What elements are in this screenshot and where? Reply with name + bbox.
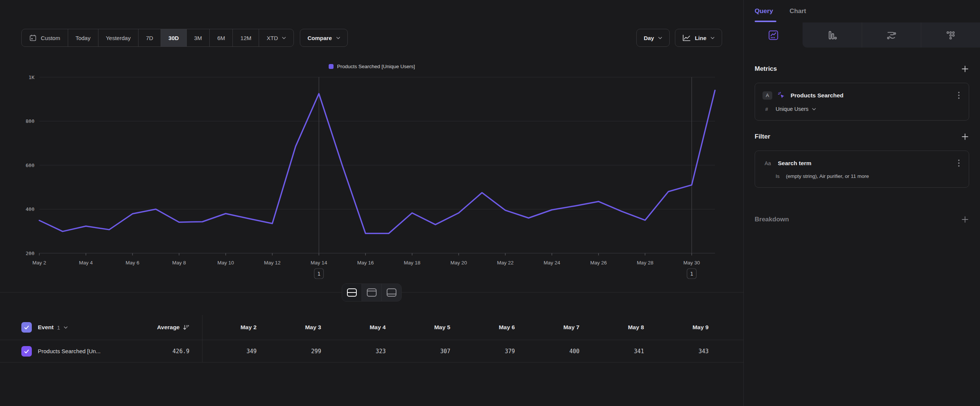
y-axis-label: 800 — [26, 118, 35, 124]
series-line[interactable] — [39, 90, 715, 233]
x-axis-label: May 26 — [590, 260, 607, 266]
chart-type-tab-strip — [744, 22, 980, 48]
tab-bar-chart[interactable] — [803, 22, 861, 48]
x-axis-label: May 24 — [544, 260, 560, 266]
date-column-header: May 2 — [202, 324, 267, 331]
row-average-value: 426.9 — [173, 348, 189, 355]
x-axis-label: May 14 — [311, 260, 328, 266]
add-breakdown-button[interactable] — [961, 215, 969, 224]
chart-type-dropdown[interactable]: Line — [675, 29, 722, 47]
filter-property-name: Search term — [778, 160, 811, 167]
event-label: Event — [38, 324, 54, 331]
filter-value: (empty string), Air purifier, or 11 more — [786, 174, 869, 179]
compare-label: Compare — [307, 35, 332, 41]
cursor-click-icon — [777, 91, 786, 100]
average-sort-control[interactable]: Average — [157, 324, 202, 331]
metric-kebab-menu[interactable] — [956, 91, 961, 100]
filter-type-badge: Aa — [762, 159, 773, 167]
metrics-title: Metrics — [755, 65, 777, 73]
tab-dots-grid[interactable] — [921, 22, 980, 48]
x-axis-label: May 8 — [172, 260, 186, 266]
top-panel-layout-icon — [366, 288, 377, 297]
framed-line-chart-icon — [768, 30, 779, 41]
filter-condition[interactable]: Is (empty string), Air purifier, or 11 m… — [762, 174, 961, 179]
layout-chart-only-button[interactable] — [362, 284, 382, 301]
panel-tab-bar: Query Chart — [744, 0, 980, 22]
select-all-checkbox[interactable] — [21, 322, 32, 333]
y-axis-label: 400 — [26, 206, 35, 212]
legend-label: Products Searched [Unique Users] — [337, 64, 415, 69]
x-axis-label: May 18 — [404, 260, 420, 266]
range-button-12m[interactable]: 12M — [232, 29, 259, 46]
range-label: Today — [76, 35, 91, 41]
range-button-custom[interactable]: Custom — [22, 29, 68, 46]
chart-legend: Products Searched [Unique Users] — [0, 62, 743, 70]
filter-card[interactable]: Aa Search term Is (empty string), Air pu… — [755, 151, 969, 188]
filter-title: Filter — [755, 133, 770, 140]
filter-operator: Is — [776, 174, 780, 179]
date-value-cell: 299 — [267, 348, 332, 355]
date-value-cell: 343 — [655, 348, 719, 355]
chevron-down-icon — [64, 326, 68, 329]
interval-dropdown[interactable]: Day — [636, 29, 670, 47]
sort-descending-icon — [183, 324, 189, 331]
range-label: 6M — [217, 35, 225, 41]
add-metric-button[interactable] — [961, 65, 969, 73]
plus-icon — [961, 215, 969, 224]
table-header-row: Event 1 Average May 2May 3May 4May 5May … — [0, 315, 743, 340]
layout-table-only-button[interactable] — [382, 284, 401, 301]
layout-split-button[interactable] — [342, 284, 362, 301]
date-column-header: May 9 — [655, 324, 719, 331]
legend-swatch — [329, 64, 334, 69]
range-button-3m[interactable]: 3M — [186, 29, 210, 46]
table-row: Products Searched [Un... 426.9 349299323… — [0, 340, 743, 363]
plus-icon — [961, 65, 969, 73]
x-axis-label: May 28 — [637, 260, 653, 266]
event-dropdown[interactable]: Event 1 — [38, 324, 68, 331]
range-button-30d[interactable]: 30D — [161, 29, 186, 46]
date-value-cells: 349299323307379400341343 — [202, 340, 743, 362]
range-button-today[interactable]: Today — [68, 29, 98, 46]
date-column-headers: May 2May 3May 4May 5May 6May 7May 8May 9 — [202, 315, 743, 340]
date-column-header: May 4 — [332, 324, 396, 331]
chevron-down-icon — [282, 37, 286, 39]
range-label: 3M — [194, 35, 202, 41]
range-button-yesterday[interactable]: Yesterday — [98, 29, 138, 46]
date-column-header: May 6 — [461, 324, 525, 331]
breakdown-title: Breakdown — [755, 216, 789, 223]
range-label: Yesterday — [106, 35, 130, 41]
breakdown-section-header: Breakdown — [755, 215, 969, 224]
date-column-header: May 7 — [525, 324, 590, 331]
date-value-cell: 379 — [461, 348, 525, 355]
date-value-cell: 341 — [590, 348, 655, 355]
chevron-down-icon — [336, 37, 340, 39]
metric-card[interactable]: A Products Searched # Unique Users — [755, 83, 969, 121]
compare-button[interactable]: Compare — [300, 29, 347, 47]
y-axis-label: 1K — [29, 75, 35, 80]
chevron-down-icon — [711, 37, 714, 39]
filter-kebab-menu[interactable] — [956, 158, 961, 168]
tab-chart[interactable]: Chart — [789, 8, 806, 15]
row-series-label: Products Searched [Un... — [38, 348, 101, 354]
range-label: 7D — [146, 35, 153, 41]
date-value-cell: 349 — [202, 348, 267, 355]
tab-query[interactable]: Query — [755, 8, 773, 15]
measure-dropdown[interactable]: Unique Users — [776, 106, 816, 112]
event-count: 1 — [57, 324, 60, 331]
split-layout-icon — [347, 288, 357, 297]
tab-framed-line-chart[interactable] — [744, 22, 803, 48]
range-button-7d[interactable]: 7D — [138, 29, 161, 46]
add-filter-button[interactable] — [961, 132, 969, 141]
tab-flow-chart[interactable] — [862, 22, 921, 48]
date-value-cell: 323 — [332, 348, 396, 355]
range-button-6m[interactable]: 6M — [209, 29, 232, 46]
average-label: Average — [157, 324, 180, 331]
measure-prefix: # — [762, 107, 771, 112]
y-axis-label: 200 — [26, 251, 35, 256]
plus-icon — [961, 132, 969, 141]
x-axis-label: May 2 — [33, 260, 46, 266]
interval-label: Day — [644, 35, 654, 41]
row-checkbox[interactable] — [21, 346, 32, 357]
check-icon — [24, 324, 30, 330]
range-button-xtd[interactable]: XTD — [259, 29, 293, 46]
